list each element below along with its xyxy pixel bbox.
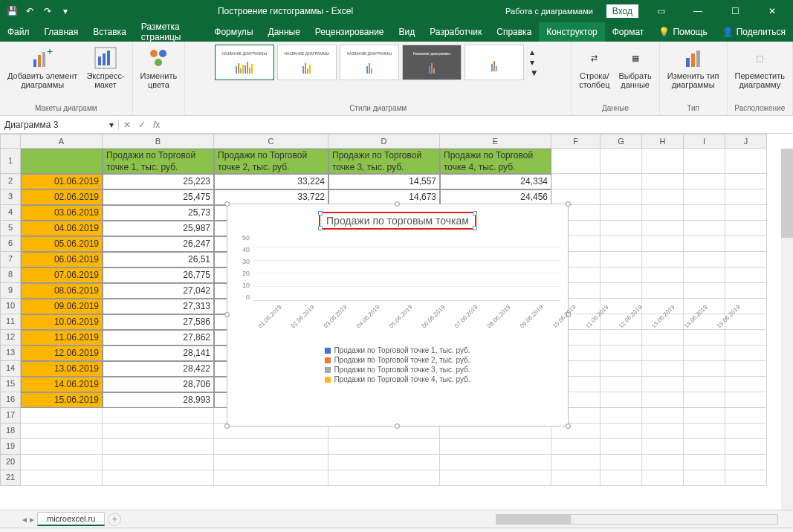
save-icon[interactable]: 💾: [6, 5, 18, 17]
cell[interactable]: [642, 392, 684, 408]
cell[interactable]: 26,51: [103, 252, 214, 267]
cell[interactable]: 27,862: [103, 330, 214, 346]
chart-plot-area[interactable]: 50403020100 01.06.201902.06.201903.06.20…: [227, 234, 568, 383]
cell[interactable]: [684, 470, 725, 486]
cell[interactable]: [21, 439, 103, 455]
name-box[interactable]: Диаграмма 3▾: [0, 120, 119, 130]
chart-style-1[interactable]: НАЗВАНИЕ ДИАГРАММЫ: [215, 45, 274, 80]
cell[interactable]: [725, 236, 767, 252]
cell[interactable]: [103, 470, 214, 486]
cell[interactable]: [725, 189, 767, 205]
cell[interactable]: [440, 455, 551, 470]
cell[interactable]: [601, 221, 642, 236]
change-chart-type-button[interactable]: Изменить тип диаграммы: [664, 45, 722, 91]
cell[interactable]: [214, 455, 328, 470]
column-header[interactable]: A: [21, 134, 103, 149]
cell[interactable]: [642, 470, 684, 486]
column-header[interactable]: H: [642, 134, 684, 149]
row-header[interactable]: 13: [0, 346, 21, 361]
column-header[interactable]: E: [440, 134, 551, 149]
cell[interactable]: 12.06.2019: [21, 346, 103, 361]
tab-developer[interactable]: Разработчик: [422, 22, 489, 42]
cell[interactable]: [684, 283, 725, 299]
close-icon[interactable]: ✕: [757, 6, 787, 16]
cell[interactable]: 08.06.2019: [21, 283, 103, 299]
tab-view[interactable]: Вид: [392, 22, 423, 42]
resize-handle[interactable]: [395, 424, 400, 429]
tab-file[interactable]: Файл: [0, 22, 37, 42]
cell[interactable]: 28,706: [103, 377, 214, 392]
cell[interactable]: 04.06.2019: [21, 221, 103, 236]
cell[interactable]: 14,673: [328, 189, 440, 205]
cell[interactable]: [328, 439, 440, 455]
cell[interactable]: [214, 439, 328, 455]
chart-style-2[interactable]: НАЗВАНИЕ ДИАГРАММЫ: [277, 45, 337, 80]
cell[interactable]: [601, 283, 642, 299]
cell[interactable]: 27,313: [103, 299, 214, 314]
resize-handle[interactable]: [224, 424, 230, 429]
tab-review[interactable]: Рецензирование: [308, 22, 392, 42]
tab-home[interactable]: Главная: [37, 22, 86, 42]
cell[interactable]: 05.06.2019: [21, 236, 103, 252]
cell[interactable]: [440, 470, 551, 486]
qat-customize-icon[interactable]: ▾: [59, 5, 71, 17]
chart-style-3[interactable]: НАЗВАНИЕ ДИАГРАММЫ: [340, 45, 399, 80]
cell[interactable]: 25,223: [103, 174, 214, 189]
redo-icon[interactable]: ↷: [42, 5, 54, 17]
cell[interactable]: [601, 174, 642, 189]
cell[interactable]: [684, 205, 725, 221]
cell[interactable]: 28,422: [103, 361, 214, 377]
cell[interactable]: [642, 205, 684, 221]
formula-input[interactable]: [167, 119, 789, 130]
cell[interactable]: [601, 267, 642, 283]
cell[interactable]: [601, 439, 642, 455]
tab-formulas[interactable]: Формулы: [207, 22, 260, 42]
cell[interactable]: [642, 189, 684, 205]
cell[interactable]: [684, 236, 725, 252]
row-header[interactable]: 1: [0, 149, 21, 174]
cell[interactable]: [551, 189, 601, 205]
cell[interactable]: [642, 408, 684, 424]
cell[interactable]: [103, 424, 214, 439]
cell[interactable]: 28,141: [103, 346, 214, 361]
cell[interactable]: [601, 455, 642, 470]
cell[interactable]: [684, 392, 725, 408]
cell[interactable]: Продажи по Торговой точке 2, тыс. руб.: [214, 149, 328, 174]
cell[interactable]: [551, 149, 601, 174]
row-header[interactable]: 9: [0, 283, 21, 299]
tab-chart-format[interactable]: Формат: [605, 22, 652, 42]
cell[interactable]: [551, 439, 601, 455]
column-header[interactable]: D: [328, 134, 440, 149]
column-header[interactable]: G: [601, 134, 642, 149]
tell-me-button[interactable]: 💡Помощь: [651, 22, 714, 42]
cell[interactable]: [725, 330, 767, 346]
cell[interactable]: 06.06.2019: [21, 252, 103, 267]
ribbon-options-icon[interactable]: ▭: [646, 6, 676, 16]
tab-data[interactable]: Данные: [261, 22, 308, 42]
column-header[interactable]: J: [725, 134, 767, 149]
row-header[interactable]: 8: [0, 267, 21, 283]
cell[interactable]: 14,557: [328, 174, 440, 189]
column-header[interactable]: B: [103, 134, 214, 149]
row-header[interactable]: 3: [0, 189, 21, 205]
row-header[interactable]: 16: [0, 392, 21, 408]
cell[interactable]: [21, 408, 103, 424]
cell[interactable]: [725, 361, 767, 377]
cell[interactable]: [328, 455, 440, 470]
cell[interactable]: [601, 149, 642, 174]
select-all-corner[interactable]: [0, 134, 21, 149]
cell[interactable]: [684, 267, 725, 283]
resize-handle[interactable]: [566, 424, 571, 429]
cell[interactable]: [601, 205, 642, 221]
cell[interactable]: [642, 377, 684, 392]
cell[interactable]: [725, 455, 767, 470]
change-colors-button[interactable]: Изменить цвета: [137, 45, 181, 91]
cell[interactable]: [684, 221, 725, 236]
row-header[interactable]: 11: [0, 314, 21, 330]
cell[interactable]: [642, 252, 684, 267]
cell[interactable]: Продажи по Торговой точке 4, тыс. руб.: [440, 149, 551, 174]
styles-scroll-down-icon[interactable]: ▾: [530, 57, 539, 68]
column-header[interactable]: F: [551, 134, 601, 149]
cell[interactable]: [684, 346, 725, 361]
cell[interactable]: 27,586: [103, 314, 214, 330]
